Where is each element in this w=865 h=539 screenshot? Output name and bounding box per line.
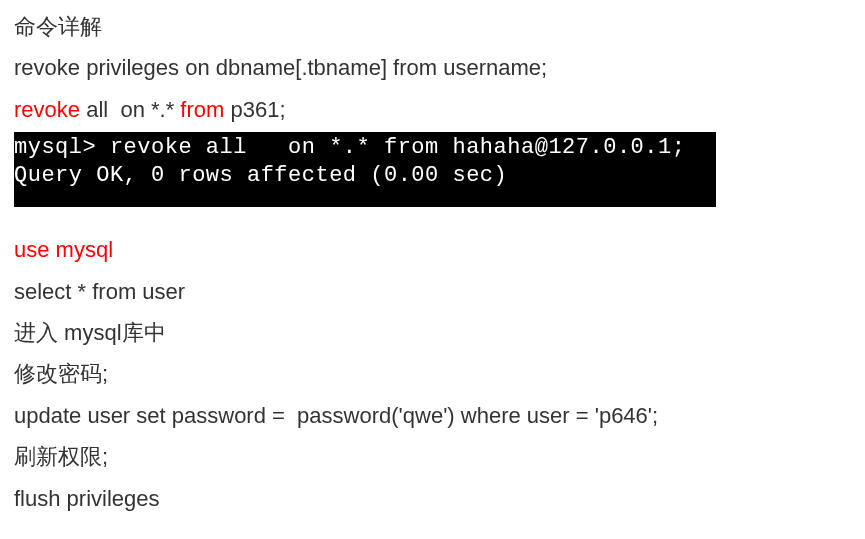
text-enter-mysql-db: 进入 mysql库中 bbox=[14, 314, 851, 351]
heading-command-explain: 命令详解 bbox=[14, 8, 851, 45]
text-use-mysql: use mysql bbox=[14, 231, 851, 268]
terminal-output: mysql> revoke all on *.* from hahaha@127… bbox=[14, 132, 716, 207]
text-update-password: update user set password = password('qwe… bbox=[14, 397, 851, 434]
text-segment: all on *.* bbox=[80, 97, 180, 122]
text-change-password-label: 修改密码; bbox=[14, 355, 851, 392]
text-select-user: select * from user bbox=[14, 273, 851, 310]
text-segment: p361; bbox=[224, 97, 285, 122]
terminal-line-2: Query OK, 0 rows affected (0.00 sec) bbox=[14, 163, 507, 188]
kw-revoke: revoke bbox=[14, 97, 80, 122]
terminal-line-1: mysql> revoke all on *.* from hahaha@127… bbox=[14, 135, 685, 160]
kw-from: from bbox=[180, 97, 224, 122]
text-flush-privileges: flush privileges bbox=[14, 480, 851, 517]
text-revoke-syntax: revoke privileges on dbname[.tbname] fro… bbox=[14, 49, 851, 86]
text-revoke-example: revoke all on *.* from p361; bbox=[14, 91, 851, 128]
text-flush-label: 刷新权限; bbox=[14, 438, 851, 475]
document-body: 命令详解 revoke privileges on dbname[.tbname… bbox=[0, 0, 865, 529]
